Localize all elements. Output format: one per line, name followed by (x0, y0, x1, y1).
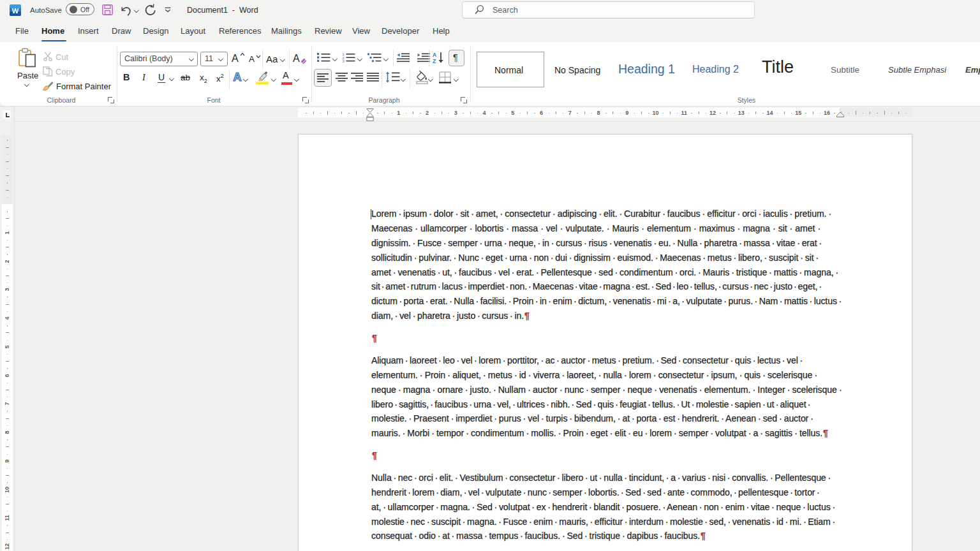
svg-text:A: A (233, 70, 241, 84)
svg-text:W: W (12, 7, 19, 15)
svg-text:3: 3 (343, 59, 345, 63)
svg-text:A: A (433, 52, 436, 58)
svg-text:Z: Z (433, 58, 436, 64)
